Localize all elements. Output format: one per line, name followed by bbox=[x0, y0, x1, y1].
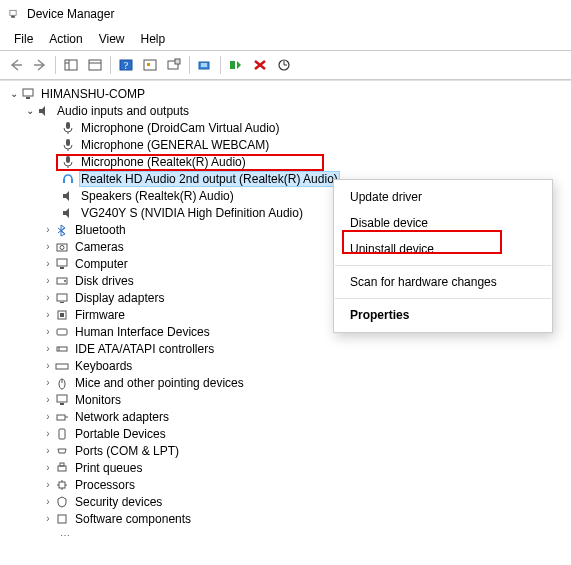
svg-point-26 bbox=[60, 245, 64, 249]
category-icon bbox=[54, 307, 70, 323]
svg-rect-18 bbox=[23, 89, 33, 96]
context-scan-hardware[interactable]: Scan for hardware changes bbox=[334, 269, 552, 295]
svg-rect-15 bbox=[201, 63, 207, 67]
context-update-driver[interactable]: Update driver bbox=[334, 184, 552, 210]
tree-category-processors[interactable]: ›Processors bbox=[2, 476, 569, 493]
node-label: Microphone (Realtek(R) Audio) bbox=[79, 154, 248, 170]
node-label: Bluetooth bbox=[73, 222, 128, 238]
help-button[interactable]: ? bbox=[114, 54, 138, 76]
button-6[interactable] bbox=[138, 54, 162, 76]
category-icon bbox=[54, 324, 70, 340]
window-title: Device Manager bbox=[27, 7, 114, 21]
tree-category-print-queues[interactable]: ›Print queues bbox=[2, 459, 569, 476]
scan-hardware-button[interactable] bbox=[272, 54, 296, 76]
svg-rect-47 bbox=[58, 466, 66, 471]
enable-device-button[interactable] bbox=[224, 54, 248, 76]
menu-view[interactable]: View bbox=[91, 30, 133, 48]
uninstall-device-button[interactable] bbox=[248, 54, 272, 76]
node-label: VG240Y S (NVIDIA High Definition Audio) bbox=[79, 205, 305, 221]
expand-arrow-icon[interactable]: › bbox=[42, 360, 54, 371]
tree-category-mice-and-other-pointing-devices[interactable]: ›Mice and other pointing devices bbox=[2, 374, 569, 391]
category-icon bbox=[54, 239, 70, 255]
update-driver-button[interactable] bbox=[193, 54, 217, 76]
expand-arrow-icon[interactable]: › bbox=[42, 496, 54, 507]
tree-category-keyboards[interactable]: ›Keyboards bbox=[2, 357, 569, 374]
expand-arrow-icon[interactable]: › bbox=[42, 275, 54, 286]
expand-arrow-icon[interactable]: › bbox=[42, 309, 54, 320]
node-label: Disk drives bbox=[73, 273, 136, 289]
expand-arrow-icon[interactable]: ⌄ bbox=[8, 88, 20, 99]
expand-arrow-icon[interactable]: ⌄ bbox=[24, 105, 36, 116]
node-label: Mice and other pointing devices bbox=[73, 375, 246, 391]
expand-arrow-icon[interactable]: › bbox=[42, 292, 54, 303]
svg-point-30 bbox=[64, 280, 66, 282]
svg-rect-19 bbox=[26, 97, 30, 99]
svg-rect-44 bbox=[57, 415, 65, 420]
svg-rect-38 bbox=[56, 364, 68, 369]
svg-rect-20 bbox=[66, 122, 70, 129]
forward-button[interactable] bbox=[28, 54, 52, 76]
tree-root-node[interactable]: ⌄ HIMANSHU-COMP bbox=[2, 85, 569, 102]
expand-arrow-icon[interactable]: › bbox=[42, 428, 54, 439]
expand-arrow-icon[interactable]: › bbox=[42, 258, 54, 269]
tree-item-audio-0[interactable]: Microphone (DroidCam Virtual Audio) bbox=[2, 119, 569, 136]
tree-category-software-components[interactable]: ›Software components bbox=[2, 510, 569, 527]
menu-help[interactable]: Help bbox=[133, 30, 174, 48]
tree-category-audio[interactable]: ⌄ Audio inputs and outputs bbox=[2, 102, 569, 119]
expand-arrow-icon[interactable]: › bbox=[42, 445, 54, 456]
context-uninstall-device[interactable]: Uninstall device bbox=[334, 236, 552, 262]
svg-rect-27 bbox=[57, 259, 67, 266]
svg-rect-28 bbox=[60, 267, 64, 269]
context-properties[interactable]: Properties bbox=[334, 302, 552, 328]
expand-arrow-icon[interactable]: › bbox=[42, 377, 54, 388]
menu-file[interactable]: File bbox=[6, 30, 41, 48]
category-icon bbox=[54, 477, 70, 493]
properties-button[interactable] bbox=[83, 54, 107, 76]
tree-category-ide-ata-atapi-controllers[interactable]: ›IDE ATA/ATAPI controllers bbox=[2, 340, 569, 357]
back-button[interactable] bbox=[4, 54, 28, 76]
svg-rect-54 bbox=[58, 515, 66, 523]
expand-arrow-icon[interactable]: › bbox=[42, 513, 54, 524]
category-icon bbox=[54, 290, 70, 306]
category-icon bbox=[54, 392, 70, 408]
svg-rect-31 bbox=[57, 294, 67, 301]
context-disable-device[interactable]: Disable device bbox=[334, 210, 552, 236]
expand-arrow-icon[interactable]: › bbox=[42, 411, 54, 422]
svg-rect-23 bbox=[63, 179, 65, 183]
show-hide-tree-button[interactable] bbox=[59, 54, 83, 76]
expand-arrow-icon[interactable]: › bbox=[42, 343, 54, 354]
node-label: Microphone (GENERAL WEBCAM) bbox=[79, 137, 271, 153]
expand-arrow-icon[interactable]: › bbox=[42, 479, 54, 490]
svg-rect-16 bbox=[230, 61, 235, 69]
titlebar: Device Manager bbox=[0, 0, 571, 28]
menu-action[interactable]: Action bbox=[41, 30, 90, 48]
tree-category-ports-com-lpt-[interactable]: ›Ports (COM & LPT) bbox=[2, 442, 569, 459]
expand-arrow-icon[interactable]: › bbox=[42, 326, 54, 337]
toolbar: ? bbox=[0, 50, 571, 80]
speaker-icon bbox=[36, 103, 52, 119]
context-menu: Update driver Disable device Uninstall d… bbox=[333, 179, 553, 333]
category-icon bbox=[54, 358, 70, 374]
device-tree[interactable]: ⌄ HIMANSHU-COMP ⌄ Audio inputs and outpu… bbox=[0, 80, 571, 565]
expand-arrow-icon[interactable]: › bbox=[42, 394, 54, 405]
node-label: HIMANSHU-COMP bbox=[39, 86, 147, 102]
speaker-icon bbox=[60, 205, 76, 221]
button-7[interactable] bbox=[162, 54, 186, 76]
tree-item-audio-1[interactable]: Microphone (GENERAL WEBCAM) bbox=[2, 136, 569, 153]
svg-rect-22 bbox=[66, 156, 70, 163]
category-icon bbox=[54, 222, 70, 238]
speaker-icon bbox=[60, 188, 76, 204]
category-icon bbox=[54, 256, 70, 272]
tree-category-network-adapters[interactable]: ›Network adapters bbox=[2, 408, 569, 425]
svg-rect-34 bbox=[60, 313, 64, 317]
expand-arrow-icon[interactable]: › bbox=[42, 462, 54, 473]
node-label: Human Interface Devices bbox=[73, 324, 212, 340]
tree-category-monitors[interactable]: ›Monitors bbox=[2, 391, 569, 408]
tree-category-security-devices[interactable]: ›Security devices bbox=[2, 493, 569, 510]
tree-category-portable-devices[interactable]: ›Portable Devices bbox=[2, 425, 569, 442]
svg-rect-48 bbox=[60, 463, 64, 466]
expand-arrow-icon[interactable]: › bbox=[42, 224, 54, 235]
tree-item-audio-2[interactable]: Microphone (Realtek(R) Audio) bbox=[2, 153, 569, 170]
expand-arrow-icon[interactable]: › bbox=[42, 241, 54, 252]
node-label: Portable Devices bbox=[73, 426, 168, 442]
